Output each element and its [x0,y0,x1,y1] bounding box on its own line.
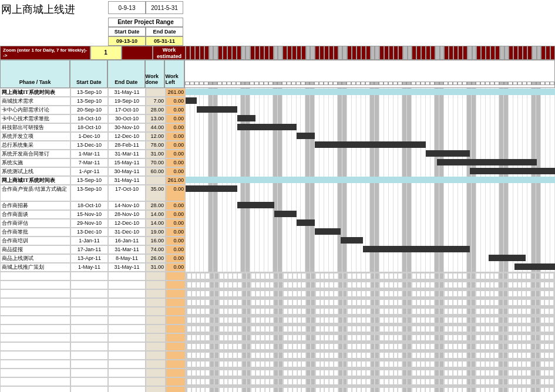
task-end-cell[interactable]: 17-Oct-10 [108,185,146,201]
empty-wl-cell[interactable] [166,272,186,281]
task-end-cell[interactable]: 28-Nov-10 [108,210,146,219]
empty-phase-cell[interactable] [0,316,70,325]
task-name-cell[interactable]: 系统测试上线 [0,167,70,176]
task-workdone-cell[interactable]: 44.00 [146,123,166,132]
empty-phase-cell[interactable] [0,281,70,289]
task-workleft-cell[interactable]: 0.00 [166,167,186,176]
task-start-cell[interactable]: 13-Dec-10 [70,141,108,150]
task-name-cell[interactable]: 网上商城IT系统时间表 [0,88,70,97]
empty-wd-cell[interactable] [146,307,166,316]
task-workdone-cell[interactable]: 35.00 [146,185,166,201]
task-end-cell[interactable]: 8-May-11 [108,254,146,263]
empty-sd-cell[interactable] [70,360,108,369]
task-end-cell[interactable]: 31-May-11 [108,176,146,185]
empty-wl-cell[interactable] [166,369,186,377]
task-start-cell[interactable]: 13-Apr-11 [70,254,108,263]
range-start-input[interactable]: 09-13-10 [108,36,146,46]
empty-ed-cell[interactable] [108,316,146,325]
empty-ed-cell[interactable] [108,307,146,316]
task-workleft-cell[interactable]: 0.00 [166,150,186,158]
task-workdone-cell[interactable]: 28.00 [146,201,166,210]
empty-ed-cell[interactable] [108,333,146,342]
task-workleft-cell[interactable]: 0.00 [166,263,186,272]
task-name-cell[interactable]: 商品提报 [0,245,70,254]
task-end-cell[interactable]: 31-May-11 [108,263,146,272]
empty-wd-cell[interactable] [146,298,166,307]
empty-wd-cell[interactable] [146,272,166,281]
task-start-cell[interactable]: 13-Sep-10 [70,88,108,97]
task-workleft-cell[interactable]: 0.00 [166,201,186,210]
empty-sd-cell[interactable] [70,281,108,289]
task-workdone-cell[interactable]: 74.00 [146,245,166,254]
empty-wd-cell[interactable] [146,377,166,386]
task-end-cell[interactable]: 17-Oct-10 [108,106,146,114]
empty-wd-cell[interactable] [146,351,166,360]
empty-sd-cell[interactable] [70,307,108,316]
task-name-cell[interactable]: 总行系统集采 [0,141,70,150]
empty-sd-cell[interactable] [70,351,108,360]
task-start-cell[interactable]: 18-Oct-10 [70,201,108,210]
task-start-cell[interactable]: 13-Dec-10 [70,228,108,236]
empty-phase-cell[interactable] [0,377,70,386]
empty-phase-cell[interactable] [0,386,70,392]
empty-phase-cell[interactable] [0,289,70,298]
empty-phase-cell[interactable] [0,369,70,377]
task-start-cell[interactable]: 1-May-11 [70,263,108,272]
task-end-cell[interactable]: 30-May-11 [108,167,146,176]
task-workleft-cell[interactable]: 0.00 [166,185,186,201]
task-end-cell[interactable]: 16-Jan-11 [108,236,146,245]
empty-phase-cell[interactable] [0,360,70,369]
empty-wl-cell[interactable] [166,316,186,325]
task-end-cell[interactable]: 14-Nov-10 [108,201,146,210]
empty-wl-cell[interactable] [166,351,186,360]
task-workdone-cell[interactable]: 19.00 [146,228,166,236]
task-workleft-cell[interactable]: 0.00 [166,97,186,106]
empty-ed-cell[interactable] [108,351,146,360]
empty-wd-cell[interactable] [146,281,166,289]
task-name-cell[interactable]: 合作商面谈 [0,210,70,219]
zoom-input[interactable]: 1 [90,46,122,60]
task-start-cell[interactable]: 1-Mar-11 [70,150,108,158]
range-end-input[interactable]: 05-31-11 [146,36,183,46]
task-workdone-cell[interactable]: 70.00 [146,158,166,167]
task-workdone-cell[interactable]: 14.00 [146,219,166,228]
empty-phase-cell[interactable] [0,272,70,281]
task-name-cell[interactable]: 合作商培训 [0,236,70,245]
task-start-cell[interactable]: 1-Apr-11 [70,167,108,176]
task-workdone-cell[interactable]: 13.00 [146,114,166,123]
empty-ed-cell[interactable] [108,342,146,351]
task-start-cell[interactable]: 13-Sep-10 [70,185,108,201]
task-workleft-cell[interactable]: 0.00 [166,132,186,141]
task-workleft-cell[interactable]: 0.00 [166,106,186,114]
empty-wd-cell[interactable] [146,369,166,377]
task-workleft-cell[interactable]: 0.00 [166,254,186,263]
empty-ed-cell[interactable] [108,272,146,281]
task-start-cell[interactable]: 7-Mar-11 [70,158,108,167]
task-workleft-cell[interactable]: 0.00 [166,228,186,236]
task-start-cell[interactable]: 29-Nov-10 [70,219,108,228]
empty-sd-cell[interactable] [70,369,108,377]
empty-sd-cell[interactable] [70,298,108,307]
task-workdone-cell[interactable] [146,176,166,185]
empty-phase-cell[interactable] [0,342,70,351]
task-workdone-cell[interactable]: 16.00 [146,236,166,245]
empty-sd-cell[interactable] [70,316,108,325]
task-workleft-cell[interactable]: 0.00 [166,236,186,245]
task-workleft-cell[interactable]: 0.00 [166,245,186,254]
empty-wd-cell[interactable] [146,289,166,298]
task-workleft-cell[interactable]: 0.00 [166,158,186,167]
empty-sd-cell[interactable] [70,386,108,392]
empty-wl-cell[interactable] [166,289,186,298]
task-name-cell[interactable]: 合作商招募 [0,201,70,210]
task-workleft-cell[interactable]: 0.00 [166,114,186,123]
task-name-cell[interactable]: 合作商签批 [0,228,70,236]
empty-ed-cell[interactable] [108,386,146,392]
empty-sd-cell[interactable] [70,377,108,386]
empty-wl-cell[interactable] [166,377,186,386]
empty-wl-cell[interactable] [166,325,186,333]
empty-phase-cell[interactable] [0,325,70,333]
task-end-cell[interactable]: 15-May-11 [108,158,146,167]
empty-wl-cell[interactable] [166,360,186,369]
task-name-cell[interactable]: 系统实施 [0,158,70,167]
task-workleft-cell[interactable]: 261.00 [166,176,186,185]
